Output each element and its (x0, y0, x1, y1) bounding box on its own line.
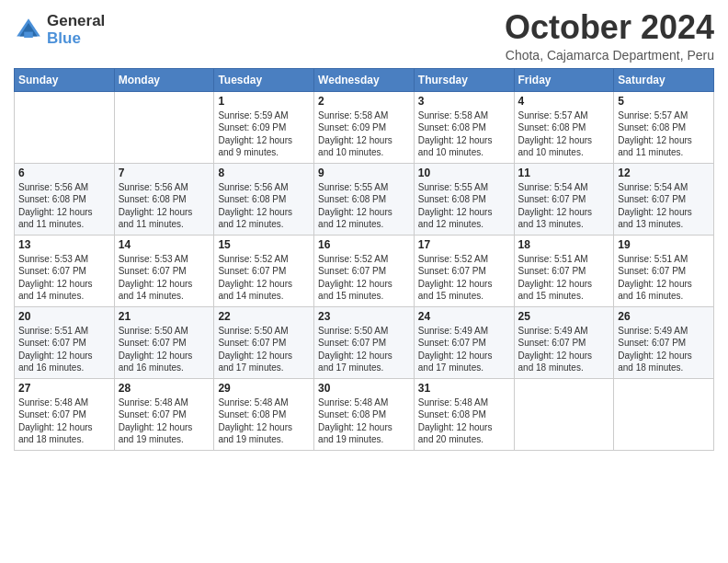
day-info: Sunrise: 5:52 AM Sunset: 6:07 PM Dayligh… (218, 253, 310, 303)
day-info: Sunrise: 5:48 AM Sunset: 6:07 PM Dayligh… (18, 396, 110, 446)
day-number: 22 (218, 310, 310, 323)
day-cell: 23Sunrise: 5:50 AM Sunset: 6:07 PM Dayli… (314, 306, 415, 378)
svg-rect-2 (24, 31, 33, 37)
header-row: Sunday Monday Tuesday Wednesday Thursday… (15, 68, 714, 91)
day-info: Sunrise: 5:50 AM Sunset: 6:07 PM Dayligh… (119, 325, 210, 374)
subtitle: Chota, Cajamarca Department, Peru (505, 48, 714, 63)
day-number: 17 (418, 238, 510, 251)
day-number: 7 (119, 167, 210, 179)
day-cell: 31Sunrise: 5:48 AM Sunset: 6:08 PM Dayli… (414, 378, 514, 450)
day-info: Sunrise: 5:55 AM Sunset: 6:08 PM Dayligh… (418, 181, 510, 231)
day-info: Sunrise: 5:58 AM Sunset: 6:08 PM Dayligh… (418, 109, 510, 159)
day-info: Sunrise: 5:54 AM Sunset: 6:07 PM Dayligh… (518, 181, 610, 231)
col-monday: Monday (114, 68, 214, 91)
day-number: 18 (518, 238, 610, 251)
col-saturday: Saturday (614, 68, 714, 91)
day-number: 26 (618, 310, 710, 323)
logo-general: General (47, 13, 105, 30)
day-cell: 3Sunrise: 5:58 AM Sunset: 6:08 PM Daylig… (414, 91, 514, 163)
day-cell: 26Sunrise: 5:49 AM Sunset: 6:07 PM Dayli… (614, 306, 714, 378)
logo: General Blue (14, 13, 105, 47)
day-info: Sunrise: 5:56 AM Sunset: 6:08 PM Dayligh… (18, 181, 110, 231)
day-cell: 6Sunrise: 5:56 AM Sunset: 6:08 PM Daylig… (15, 163, 115, 235)
day-number: 12 (618, 167, 710, 179)
day-info: Sunrise: 5:52 AM Sunset: 6:07 PM Dayligh… (418, 253, 510, 303)
day-cell (614, 378, 714, 450)
day-info: Sunrise: 5:56 AM Sunset: 6:08 PM Dayligh… (218, 181, 310, 231)
day-cell: 13Sunrise: 5:53 AM Sunset: 6:07 PM Dayli… (15, 235, 115, 306)
day-info: Sunrise: 5:57 AM Sunset: 6:08 PM Dayligh… (518, 109, 610, 159)
day-cell: 4Sunrise: 5:57 AM Sunset: 6:08 PM Daylig… (514, 91, 614, 163)
day-cell: 27Sunrise: 5:48 AM Sunset: 6:07 PM Dayli… (15, 378, 115, 450)
day-info: Sunrise: 5:58 AM Sunset: 6:09 PM Dayligh… (318, 109, 410, 159)
day-info: Sunrise: 5:59 AM Sunset: 6:09 PM Dayligh… (218, 109, 310, 159)
day-info: Sunrise: 5:49 AM Sunset: 6:07 PM Dayligh… (418, 325, 510, 374)
logo-text: General Blue (47, 13, 105, 47)
day-cell (15, 91, 115, 163)
header: General Blue October 2024 Chota, Cajamar… (14, 9, 714, 63)
day-cell: 25Sunrise: 5:49 AM Sunset: 6:07 PM Dayli… (514, 306, 614, 378)
day-cell: 18Sunrise: 5:51 AM Sunset: 6:07 PM Dayli… (514, 235, 614, 306)
day-info: Sunrise: 5:51 AM Sunset: 6:07 PM Dayligh… (518, 253, 610, 303)
day-number: 9 (318, 167, 410, 179)
day-number: 31 (418, 382, 510, 395)
col-thursday: Thursday (414, 68, 514, 91)
day-cell: 14Sunrise: 5:53 AM Sunset: 6:07 PM Dayli… (114, 235, 214, 306)
col-sunday: Sunday (15, 68, 115, 91)
day-cell: 17Sunrise: 5:52 AM Sunset: 6:07 PM Dayli… (414, 235, 514, 306)
month-title: October 2024 (505, 9, 714, 46)
day-info: Sunrise: 5:50 AM Sunset: 6:07 PM Dayligh… (318, 325, 410, 374)
day-number: 19 (618, 238, 710, 251)
col-friday: Friday (514, 68, 614, 91)
day-info: Sunrise: 5:49 AM Sunset: 6:07 PM Dayligh… (618, 325, 710, 374)
day-number: 25 (518, 310, 610, 323)
day-cell: 9Sunrise: 5:55 AM Sunset: 6:08 PM Daylig… (314, 163, 415, 235)
day-number: 5 (618, 95, 710, 108)
week-row-2: 6Sunrise: 5:56 AM Sunset: 6:08 PM Daylig… (15, 163, 714, 235)
day-cell: 24Sunrise: 5:49 AM Sunset: 6:07 PM Dayli… (414, 306, 514, 378)
day-info: Sunrise: 5:53 AM Sunset: 6:07 PM Dayligh… (18, 253, 110, 303)
day-info: Sunrise: 5:48 AM Sunset: 6:08 PM Dayligh… (218, 396, 310, 446)
col-tuesday: Tuesday (214, 68, 314, 91)
day-cell: 28Sunrise: 5:48 AM Sunset: 6:07 PM Dayli… (114, 378, 214, 450)
week-row-5: 27Sunrise: 5:48 AM Sunset: 6:07 PM Dayli… (15, 378, 714, 450)
day-cell: 30Sunrise: 5:48 AM Sunset: 6:08 PM Dayli… (314, 378, 415, 450)
week-row-1: 1Sunrise: 5:59 AM Sunset: 6:09 PM Daylig… (15, 91, 714, 163)
day-number: 8 (218, 167, 310, 179)
day-number: 14 (119, 238, 210, 251)
page: General Blue October 2024 Chota, Cajamar… (0, 0, 728, 563)
week-row-4: 20Sunrise: 5:51 AM Sunset: 6:07 PM Dayli… (15, 306, 714, 378)
day-info: Sunrise: 5:52 AM Sunset: 6:07 PM Dayligh… (318, 253, 410, 303)
day-info: Sunrise: 5:48 AM Sunset: 6:08 PM Dayligh… (418, 396, 510, 446)
day-number: 15 (218, 238, 310, 251)
day-number: 1 (218, 95, 310, 108)
day-info: Sunrise: 5:53 AM Sunset: 6:07 PM Dayligh… (119, 253, 210, 303)
day-cell: 7Sunrise: 5:56 AM Sunset: 6:08 PM Daylig… (114, 163, 214, 235)
day-cell: 16Sunrise: 5:52 AM Sunset: 6:07 PM Dayli… (314, 235, 415, 306)
day-number: 28 (119, 382, 210, 395)
day-number: 23 (318, 310, 410, 323)
logo-blue: Blue (47, 30, 105, 48)
day-info: Sunrise: 5:57 AM Sunset: 6:08 PM Dayligh… (618, 109, 710, 159)
day-cell: 12Sunrise: 5:54 AM Sunset: 6:07 PM Dayli… (614, 163, 714, 235)
day-number: 21 (119, 310, 210, 323)
day-cell: 2Sunrise: 5:58 AM Sunset: 6:09 PM Daylig… (314, 91, 415, 163)
day-cell: 29Sunrise: 5:48 AM Sunset: 6:08 PM Dayli… (214, 378, 314, 450)
day-number: 16 (318, 238, 410, 251)
day-number: 29 (218, 382, 310, 395)
day-cell: 5Sunrise: 5:57 AM Sunset: 6:08 PM Daylig… (614, 91, 714, 163)
day-number: 10 (418, 167, 510, 179)
day-cell: 1Sunrise: 5:59 AM Sunset: 6:09 PM Daylig… (214, 91, 314, 163)
day-cell: 11Sunrise: 5:54 AM Sunset: 6:07 PM Dayli… (514, 163, 614, 235)
day-number: 20 (18, 310, 110, 323)
col-wednesday: Wednesday (314, 68, 415, 91)
day-cell: 10Sunrise: 5:55 AM Sunset: 6:08 PM Dayli… (414, 163, 514, 235)
day-info: Sunrise: 5:51 AM Sunset: 6:07 PM Dayligh… (618, 253, 710, 303)
day-cell (114, 91, 214, 163)
week-row-3: 13Sunrise: 5:53 AM Sunset: 6:07 PM Dayli… (15, 235, 714, 306)
day-number: 30 (318, 382, 410, 395)
day-number: 11 (518, 167, 610, 179)
day-cell: 8Sunrise: 5:56 AM Sunset: 6:08 PM Daylig… (214, 163, 314, 235)
day-cell: 20Sunrise: 5:51 AM Sunset: 6:07 PM Dayli… (15, 306, 115, 378)
day-number: 27 (18, 382, 110, 395)
